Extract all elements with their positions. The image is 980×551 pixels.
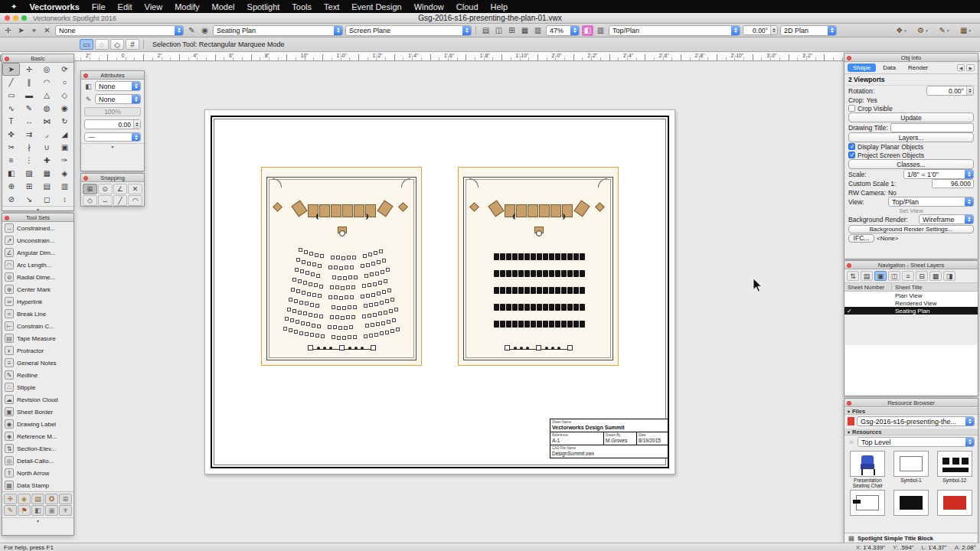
zoom-tool[interactable]: ◎ [38, 63, 56, 76]
object-snap-icon[interactable]: ⊙ [98, 184, 113, 194]
furniture-category-icon[interactable]: ◈ [18, 494, 31, 504]
trim-tool[interactable]: ✂ [2, 141, 20, 154]
obj-info-palette-header[interactable]: Obj Info [844, 54, 978, 62]
tool-sets-collapse-button[interactable]: ▾ [2, 517, 74, 523]
diamond-tool[interactable]: ◇ [56, 89, 74, 102]
walls-category-icon[interactable]: ▣ [45, 505, 58, 516]
class-visibility-icon[interactable]: ◉ [199, 25, 211, 36]
tape-tool[interactable]: ▤ [38, 180, 56, 193]
line-style-dropdown[interactable]: — [84, 132, 141, 142]
toolset-item-angular-dimension[interactable]: ∠Angular Dim... [2, 246, 74, 259]
toolset-item-stipple[interactable]: ∴Stipple [2, 381, 74, 393]
resource-footer[interactable]: ▤ Spotlight Simple Title Block [844, 533, 978, 543]
sheet-row-rendered-view[interactable]: Rendered View [844, 299, 978, 307]
dimension-tool[interactable]: ↔ [20, 115, 38, 128]
title-block[interactable]: Sheet Name Vectorworks Design Summit Ref… [550, 419, 668, 458]
view-bar-icon[interactable]: ▥ [532, 25, 544, 36]
hatch-tool[interactable]: ▨ [20, 167, 38, 180]
arc-tool[interactable]: ◠ [38, 76, 56, 89]
disclosure-triangle-icon[interactable]: ▾ [848, 429, 850, 435]
toolset-item-reference-marker[interactable]: ◈Reference M... [2, 430, 74, 442]
options-nav-icon[interactable]: ◨ [943, 271, 956, 281]
close-icon[interactable] [83, 176, 88, 181]
intersection-snap-icon[interactable]: ✕ [128, 184, 142, 194]
toolset-item-unconstrained-dimension[interactable]: ↗Unconstrain... [2, 234, 74, 246]
toolset-item-hyperlink[interactable]: ∞Hyperlink [2, 295, 74, 308]
locus-tool[interactable]: ⊕ [2, 180, 20, 193]
zoom-dropdown[interactable]: 47% [546, 25, 580, 36]
references-nav-icon[interactable]: ⊟ [916, 271, 928, 281]
rotate-tool[interactable]: ↻ [56, 115, 74, 128]
next-object-button[interactable]: ▶ [966, 64, 975, 71]
resource-thumb-5[interactable] [890, 490, 933, 516]
layer-options-icon[interactable]: ▦ [519, 25, 531, 36]
grid-toggle-icon[interactable]: ⊞ [506, 25, 518, 36]
toolset-item-north-arrow[interactable]: ⇑North Arrow [2, 467, 74, 479]
custom-scale-field[interactable]: 96.000 [932, 179, 974, 188]
net-select-mode-icon[interactable]: # [126, 39, 139, 50]
line-tool[interactable]: ╱ [2, 76, 20, 89]
selection-tool[interactable]: ➤ [2, 63, 20, 76]
menu-cloud[interactable]: Cloud [450, 2, 485, 11]
toolset-item-protractor[interactable]: ◗Protractor [2, 344, 74, 357]
triangle-tool[interactable]: △ [38, 89, 56, 102]
display-planar-objects-checkbox[interactable] [848, 143, 855, 150]
flyover-tool[interactable]: ⟳ [56, 63, 74, 76]
toolset-item-center-mark[interactable]: ⊕Center Mark [2, 283, 74, 295]
saved-views-nav-icon[interactable]: ≡ [902, 271, 914, 281]
menu-modify[interactable]: Modify [168, 2, 205, 11]
basic-palette-header[interactable]: Basic [2, 54, 74, 63]
detailing-category-icon[interactable]: ▤ [31, 494, 44, 504]
project-screen-objects-checkbox[interactable] [848, 152, 855, 158]
spotlight-category-icon[interactable]: ✪ [45, 494, 58, 504]
menu-model[interactable]: Model [206, 2, 241, 11]
smart-edge-snap-icon[interactable]: ╱ [113, 195, 128, 206]
event-category-icon[interactable]: ⊞ [59, 494, 72, 504]
drawing-canvas[interactable]: 2"02"4"6"8"10"1'-0"1'-2"1'-4"1'-6"1'-8"1… [0, 52, 980, 543]
menu-event-design[interactable]: Event Design [345, 2, 407, 11]
menu-view[interactable]: View [139, 2, 169, 11]
grid-snap-icon[interactable]: ⊞ [83, 184, 97, 194]
split-tool[interactable]: ∤ [20, 141, 38, 154]
angle-snap-icon[interactable]: ∠ [113, 184, 128, 194]
layers-button[interactable]: Layers... [848, 132, 974, 142]
classes-nav-icon[interactable]: ⇅ [847, 271, 859, 281]
polygon-marquee-mode-icon[interactable]: ◇ [110, 39, 124, 50]
column-sheet-number[interactable]: Sheet Number [844, 284, 892, 291]
toolset-item-radial-dimension[interactable]: ⊘Radial Dime... [2, 271, 74, 283]
grid-tool[interactable]: ⊞ [20, 180, 38, 193]
extend-tool[interactable]: ↘ [20, 193, 38, 206]
stamp-tool[interactable]: ▥ [56, 180, 74, 193]
multi-pane-icon[interactable]: ▥ [595, 25, 606, 36]
connect-tool[interactable]: ∪ [38, 141, 56, 154]
offset-tool[interactable]: ⇉ [20, 128, 38, 141]
rigging-category-icon[interactable]: ⚑ [18, 505, 31, 516]
annotation-category-icon[interactable]: ✎ [4, 505, 17, 516]
pen-style-icon[interactable]: ✎ [84, 95, 93, 103]
menu-window[interactable]: Window [408, 2, 450, 11]
basic-palette-collapse-button[interactable]: ▾ [2, 206, 74, 212]
menu-spotlight[interactable]: Spotlight [241, 2, 286, 11]
unified-view-icon[interactable]: ◧ [582, 25, 593, 36]
toolset-item-detail-callout-marker[interactable]: ◎Detail-Callo... [2, 455, 74, 467]
file-dropdown[interactable]: Gsg-2016-s16-presenting-the... [857, 416, 975, 426]
toolset-item-general-notes[interactable]: ≡General Notes [2, 357, 74, 369]
distance-snap-icon[interactable]: ↔ [98, 195, 113, 206]
annotation-tool-icon[interactable]: ✎▾ [935, 25, 953, 36]
toolset-item-drawing-label[interactable]: ◉Drawing Label [2, 418, 74, 430]
projection-dropdown[interactable]: 2D Plan [780, 25, 837, 36]
toolset-item-constrained-linear-dimension[interactable]: ↔Constrained... [2, 222, 74, 234]
attributes-collapse-button[interactable]: ▾ [81, 143, 144, 149]
close-icon[interactable] [847, 56, 851, 60]
attributes-palette-header[interactable]: Attributes [81, 71, 144, 80]
dims-notes-category-icon[interactable]: ✛ [4, 494, 17, 504]
pen-style-dropdown[interactable]: None [95, 94, 141, 104]
toolset-item-constrain-contour[interactable]: ⊢Constrain C... [2, 320, 74, 332]
fillet-tool[interactable]: ◞ [38, 128, 56, 141]
tool-sets-palette-header[interactable]: Tool Sets [2, 214, 74, 222]
shapes-category-icon[interactable]: ◧ [31, 505, 44, 516]
snapping-palette-header[interactable]: Snapping [81, 174, 144, 182]
resource-presentation-seating-chair[interactable]: Presentation Seating Chair [847, 451, 889, 488]
more-category-icon[interactable]: ▼ [59, 505, 72, 516]
visibility-nav-icon[interactable]: ▦ [929, 271, 942, 281]
